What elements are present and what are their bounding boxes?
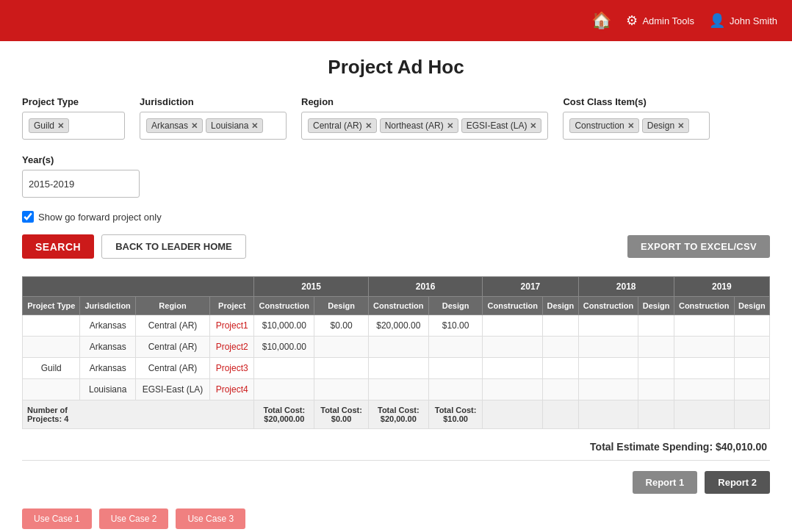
construction-tag[interactable]: Construction ✕ [569, 118, 638, 133]
cell-2016-design [428, 358, 483, 379]
table-row: Louisiana EGSI-East (LA) Project4 [23, 379, 770, 400]
use-case-3-button[interactable]: Use Case 3 [176, 508, 245, 529]
report1-button[interactable]: Report 1 [633, 471, 698, 494]
home-icon[interactable]: 🏠 [591, 11, 611, 30]
left-buttons: SEARCH BACK TO LEADER HOME [22, 234, 246, 259]
cell-project[interactable]: Project3 [210, 358, 254, 379]
egsi-east-la-tag-close[interactable]: ✕ [530, 121, 536, 131]
cell-2016-design [428, 337, 483, 358]
year-filter: Year(s) 2015-2019 [22, 154, 140, 198]
cell-2017-design [543, 379, 578, 400]
search-button[interactable]: SEARCH [22, 234, 94, 259]
cell-project[interactable]: Project2 [210, 337, 254, 358]
central-ar-tag-close[interactable]: ✕ [365, 121, 372, 131]
cell-project[interactable]: Project1 [210, 315, 254, 337]
year-header-row: 2015 2016 2017 2018 2019 [23, 277, 770, 297]
col-project: Project [210, 297, 254, 315]
jurisdiction-box[interactable]: Arkansas ✕ Louisiana ✕ [140, 112, 287, 140]
year-2016-header: 2016 [368, 277, 483, 297]
year-2015-header: 2015 [254, 277, 369, 297]
totals-2016-design: Total Cost: $10.00 [428, 400, 483, 429]
col-2019-construction: Construction [674, 297, 734, 315]
back-button[interactable]: BACK TO LEADER HOME [101, 234, 246, 259]
cell-2017-design [543, 315, 578, 337]
region-filter: Region Central (AR) ✕ Northeast (AR) ✕ E… [301, 96, 548, 140]
empty-header [23, 277, 254, 297]
guild-tag-close[interactable]: ✕ [57, 121, 64, 131]
cell-2018-construction [578, 315, 638, 337]
arkansas-tag-close[interactable]: ✕ [191, 121, 198, 131]
construction-tag-close[interactable]: ✕ [627, 121, 634, 131]
cell-2019-design [734, 379, 769, 400]
cell-2018-construction [578, 358, 638, 379]
cell-2019-construction [674, 379, 734, 400]
cell-region: Central (AR) [135, 315, 209, 337]
admin-tools-button[interactable]: ⚙ Admin Tools [626, 12, 694, 29]
cell-project-type [23, 315, 80, 337]
cell-2019-construction [674, 337, 734, 358]
year-2019-header: 2019 [674, 277, 769, 297]
admin-tools-label: Admin Tools [642, 15, 694, 26]
northeast-ar-tag[interactable]: Northeast (AR) ✕ [380, 118, 458, 133]
totals-2019-construction [674, 400, 734, 429]
go-forward-checkbox[interactable] [22, 211, 34, 223]
year-box[interactable]: 2015-2019 [22, 170, 140, 198]
cell-2017-design [543, 358, 578, 379]
checkbox-row: Show go forward project only [22, 211, 770, 223]
table-row: Arkansas Central (AR) Project2 $10,000.0… [23, 337, 770, 358]
col-2017-design: Design [543, 297, 578, 315]
cost-class-box[interactable]: Construction ✕ Design ✕ [563, 112, 710, 140]
use-case-buttons: Use Case 1 Use Case 2 Use Case 3 [22, 508, 770, 529]
report2-button[interactable]: Report 2 [705, 471, 770, 494]
totals-label: Number of Projects: 4 [23, 400, 254, 429]
cell-2018-design [638, 337, 674, 358]
central-ar-tag[interactable]: Central (AR) ✕ [308, 118, 377, 133]
totals-2017-construction [483, 400, 543, 429]
cell-2019-construction [674, 358, 734, 379]
cell-2015-design [314, 379, 369, 400]
cell-2018-construction [578, 337, 638, 358]
arkansas-tag[interactable]: Arkansas ✕ [146, 118, 203, 133]
design-tag-value: Design [647, 121, 674, 131]
egsi-east-la-tag[interactable]: EGSI-East (LA) ✕ [461, 118, 542, 133]
col-2016-design: Design [428, 297, 483, 315]
export-button[interactable]: EXPORT TO EXCEL/CSV [627, 235, 770, 258]
region-box[interactable]: Central (AR) ✕ Northeast (AR) ✕ EGSI-Eas… [301, 112, 548, 140]
totals-2015-design: Total Cost: $0.00 [314, 400, 369, 429]
buttons-row: SEARCH BACK TO LEADER HOME EXPORT TO EXC… [22, 234, 770, 259]
year-value: 2015-2019 [29, 179, 74, 190]
project-type-filter: Project Type Guild ✕ [22, 96, 125, 140]
cell-2017-construction [483, 337, 543, 358]
user-menu-button[interactable]: 👤 John Smith [709, 12, 777, 29]
cell-2018-design [638, 379, 674, 400]
cell-2018-construction [578, 379, 638, 400]
col-2015-construction: Construction [254, 297, 314, 315]
cell-2015-design: $0.00 [314, 315, 369, 337]
year-2017-header: 2017 [483, 277, 578, 297]
col-2018-construction: Construction [578, 297, 638, 315]
design-tag[interactable]: Design ✕ [642, 118, 689, 133]
cell-2019-design [734, 337, 769, 358]
guild-tag[interactable]: Guild ✕ [29, 118, 69, 133]
louisiana-tag-close[interactable]: ✕ [251, 121, 258, 131]
cell-jurisdiction: Arkansas [80, 337, 135, 358]
totals-2017-design [543, 400, 578, 429]
central-ar-tag-value: Central (AR) [313, 121, 362, 131]
use-case-2-button[interactable]: Use Case 2 [99, 508, 169, 529]
project-type-box[interactable]: Guild ✕ [22, 112, 125, 140]
filters-row: Project Type Guild ✕ Jurisdiction Arkans… [22, 96, 770, 198]
jurisdiction-filter: Jurisdiction Arkansas ✕ Louisiana ✕ [140, 96, 287, 140]
col-2019-design: Design [734, 297, 769, 315]
design-tag-close[interactable]: ✕ [677, 121, 684, 131]
louisiana-tag[interactable]: Louisiana ✕ [206, 118, 263, 133]
cell-project[interactable]: Project4 [210, 379, 254, 400]
cell-project-type: Guild [23, 358, 80, 379]
use-case-1-button[interactable]: Use Case 1 [22, 508, 92, 529]
totals-2019-design [734, 400, 769, 429]
cell-2016-construction: $20,000.00 [368, 315, 428, 337]
egsi-east-la-tag-value: EGSI-East (LA) [467, 121, 528, 131]
cell-2018-design [638, 358, 674, 379]
data-table-wrapper: 2015 2016 2017 2018 2019 Project Type Ju… [22, 276, 770, 429]
northeast-ar-tag-close[interactable]: ✕ [447, 121, 453, 131]
cell-2015-construction: $10,000.00 [254, 337, 314, 358]
